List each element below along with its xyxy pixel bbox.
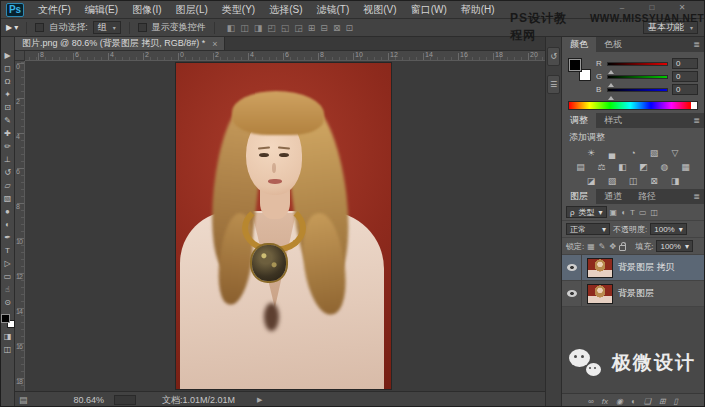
adjustment-icon[interactable]: ◨	[668, 175, 682, 187]
layer-filter-icon[interactable]: ◐	[621, 208, 626, 217]
menu-item[interactable]: 帮助(H)	[454, 1, 502, 18]
layer-row[interactable]: 背景图层 拷贝	[562, 255, 704, 281]
panel-tab[interactable]: 图层	[562, 189, 596, 204]
screen-mode-button[interactable]: ◫	[1, 343, 15, 356]
panel-color-swatches[interactable]	[569, 59, 591, 81]
pen-tool[interactable]: ✒	[1, 231, 15, 244]
minimize-button[interactable]: –	[612, 2, 632, 13]
lasso-tool[interactable]: Ω	[1, 75, 15, 88]
adjustment-icon[interactable]: ▄	[605, 147, 619, 159]
auto-select-checkbox[interactable]	[35, 23, 44, 32]
move-tool[interactable]: ▶	[1, 49, 15, 62]
layer-name[interactable]: 背景图层 拷贝	[618, 261, 675, 274]
document-tab[interactable]: 图片.png @ 80.6% (背景图层 拷贝, RGB/8#) * ×	[15, 37, 225, 50]
maximize-button[interactable]: □	[642, 2, 662, 13]
close-button[interactable]: ✕	[672, 2, 692, 13]
adjustment-icon[interactable]: ▤	[574, 161, 588, 173]
menu-item[interactable]: 图层(L)	[169, 1, 215, 18]
filter-type-dropdown[interactable]: ρ 类型 ▾	[566, 206, 607, 218]
properties-panel-button[interactable]: ☰	[547, 75, 560, 94]
layer-name[interactable]: 背景图层	[618, 287, 654, 300]
eyedropper-tool[interactable]: ✎	[1, 114, 15, 127]
history-panel-button[interactable]: ↺	[547, 47, 560, 66]
menu-item[interactable]: 选择(S)	[262, 1, 309, 18]
align-icon[interactable]: ⊡	[345, 23, 353, 33]
align-icon[interactable]: ◰	[267, 23, 276, 33]
channel-value-field[interactable]: 0	[672, 84, 698, 95]
clone-stamp-tool[interactable]: ⊥	[1, 153, 15, 166]
layer-group-icon[interactable]: ❏	[644, 397, 651, 406]
adjustment-icon[interactable]: ⚖	[595, 161, 609, 173]
type-tool[interactable]: T	[1, 244, 15, 257]
adjustment-icon[interactable]: ▨	[605, 175, 619, 187]
lock-option-icon[interactable]: ✎	[599, 242, 606, 251]
opacity-dropdown[interactable]: 100% ▾	[650, 223, 686, 235]
brush-tool[interactable]: ✏	[1, 140, 15, 153]
menu-item[interactable]: 编辑(E)	[78, 1, 125, 18]
color-swatches[interactable]	[1, 314, 14, 327]
layer-thumbnail[interactable]	[587, 258, 613, 278]
blend-mode-dropdown[interactable]: 正常 ▾	[566, 223, 610, 235]
fill-dropdown[interactable]: 100% ▾	[656, 240, 692, 252]
adjustment-layer-icon[interactable]: ◐	[631, 397, 636, 406]
menu-item[interactable]: 视图(V)	[356, 1, 403, 18]
lock-all-icon[interactable]	[619, 245, 626, 251]
layer-filter-icon[interactable]: ◫	[650, 208, 658, 217]
align-icon[interactable]: ◫	[240, 23, 249, 33]
menu-item[interactable]: 窗口(W)	[404, 1, 454, 18]
zoom-tool[interactable]: ⊙	[1, 296, 15, 309]
layer-mask-icon[interactable]: ◉	[616, 397, 623, 406]
menu-item[interactable]: 图像(I)	[125, 1, 168, 18]
align-icon[interactable]: ◨	[254, 23, 263, 33]
layer-thumbnail[interactable]	[587, 284, 613, 304]
adjustment-icon[interactable]: ▧	[647, 147, 661, 159]
hand-tool[interactable]: ☝	[1, 283, 15, 296]
menu-item[interactable]: 文件(F)	[31, 1, 78, 18]
zoom-level[interactable]: 80.64%	[74, 395, 105, 405]
align-icon[interactable]: ⊟	[320, 23, 328, 33]
channel-slider[interactable]	[607, 62, 668, 66]
layer-filter-icon[interactable]: ▭	[639, 208, 647, 217]
gradient-tool[interactable]: ▧	[1, 192, 15, 205]
adjustment-icon[interactable]: ◪	[584, 175, 598, 187]
link-layers-icon[interactable]: ∞	[588, 397, 594, 406]
crop-tool[interactable]: ⊡	[1, 101, 15, 114]
align-icon[interactable]: ◧	[227, 23, 236, 33]
adjustment-icon[interactable]: ▽	[668, 147, 682, 159]
panel-menu-icon[interactable]: ≣	[693, 189, 704, 204]
channel-slider[interactable]	[607, 88, 668, 92]
blur-tool[interactable]: ●	[1, 205, 15, 218]
quick-selection-tool[interactable]: ✦	[1, 88, 15, 101]
align-icon[interactable]: ⊠	[333, 23, 341, 33]
panel-menu-icon[interactable]: ≣	[693, 113, 704, 128]
adjustment-icon[interactable]: ▦	[679, 161, 693, 173]
show-transform-checkbox[interactable]	[138, 23, 147, 32]
align-icon[interactable]: ◲	[294, 23, 303, 33]
auto-select-dropdown[interactable]: 组 ▾	[93, 21, 121, 34]
eye-icon[interactable]	[567, 290, 577, 297]
visibility-cell[interactable]	[562, 281, 582, 306]
menu-item[interactable]: 类型(Y)	[215, 1, 262, 18]
menu-item[interactable]: 滤镜(T)	[310, 1, 357, 18]
shape-tool[interactable]: ▭	[1, 270, 15, 283]
adjustment-icon[interactable]: ◍	[658, 161, 672, 173]
delete-layer-icon[interactable]: ▯	[674, 397, 678, 406]
adjustment-icon[interactable]: ◧	[616, 161, 630, 173]
eye-icon[interactable]	[567, 264, 577, 271]
marquee-tool[interactable]: ◻	[1, 62, 15, 75]
eraser-tool[interactable]: ▱	[1, 179, 15, 192]
lock-option-icon[interactable]: ▦	[587, 242, 595, 251]
visibility-cell[interactable]	[562, 255, 582, 280]
foreground-color-swatch[interactable]	[569, 59, 581, 71]
layer-filter-icon[interactable]: ▣	[610, 208, 618, 217]
tool-preset-arrow-icon[interactable]: ▾	[14, 23, 18, 32]
quick-mask-button[interactable]: ◨	[1, 330, 15, 343]
panel-tab[interactable]: 样式	[596, 113, 630, 128]
adjustment-icon[interactable]: ◩	[637, 161, 651, 173]
adjustment-icon[interactable]: ◔	[626, 147, 640, 159]
adjustment-icon[interactable]: ◫	[626, 175, 640, 187]
panel-tab[interactable]: 调整	[562, 113, 596, 128]
history-brush-tool[interactable]: ↺	[1, 166, 15, 179]
align-icon[interactable]: ⊞	[308, 23, 316, 33]
adjustment-icon[interactable]: ☀	[584, 147, 598, 159]
